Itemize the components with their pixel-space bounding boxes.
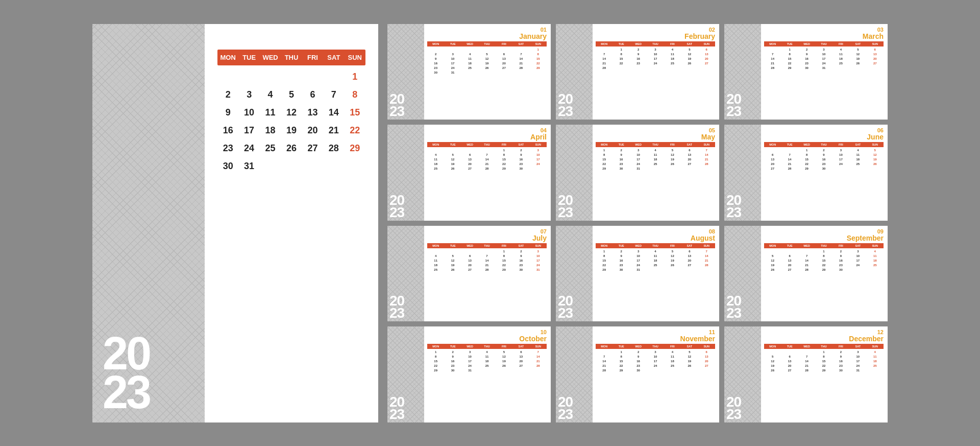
small-cal-header: MON TUE WED THU FRI SAT SUN xyxy=(764,243,884,248)
small-cal-cell: 30 xyxy=(612,268,629,272)
small-cal-cell: 1 xyxy=(596,249,612,253)
small-cal-cell: 26 xyxy=(664,162,681,166)
small-cal-cell: 11 xyxy=(664,355,681,359)
small-cal-cell: 6 xyxy=(496,52,512,56)
small-cal-cell xyxy=(698,368,715,372)
small-cal-cell: 3 xyxy=(815,48,832,52)
small-cal-cell: 15 xyxy=(530,57,547,61)
small-cal-cell: 18 xyxy=(664,359,681,363)
small-card-right-2: 03 March MON TUE WED THU FRI SAT SUN 123… xyxy=(761,24,888,120)
small-cal-cell: 29 xyxy=(427,368,444,372)
cal-cell: 18 xyxy=(260,123,281,138)
small-cal-cell: 30 xyxy=(512,167,529,171)
small-cal-cell: 22 xyxy=(530,61,547,65)
small-cal-cell xyxy=(461,71,478,75)
small-cal-cell: 14 xyxy=(698,254,715,258)
small-cal-cell: 9 xyxy=(512,153,529,157)
small-cal-cell: 22 xyxy=(596,263,612,267)
sh-mon: MON xyxy=(764,344,781,349)
small-cal-cell: 6 xyxy=(461,153,478,157)
small-card-right-1: 02 February MON TUE WED THU FRI SAT SUN … xyxy=(593,24,719,120)
small-cal-cell xyxy=(867,268,884,272)
small-cal-cell: 18 xyxy=(647,259,664,263)
small-month-name: October xyxy=(427,335,547,342)
small-cal-cell: 13 xyxy=(781,359,798,363)
small-cal-cell: 28 xyxy=(781,167,798,171)
small-cal-cell: 16 xyxy=(612,157,629,161)
small-cal-cell: 25 xyxy=(832,61,849,65)
cal-cell: 17 xyxy=(238,123,259,138)
small-cal-cell: 23 xyxy=(427,66,444,70)
small-cal-cell: 22 xyxy=(496,263,512,267)
header-sun: SUN xyxy=(345,50,365,65)
small-cal-cell: 27 xyxy=(461,167,478,171)
small-cal-cell: 10 xyxy=(630,153,647,157)
small-cal-cell: 17 xyxy=(832,157,849,161)
small-cal-cell: 16 xyxy=(798,57,815,61)
small-month-name: July xyxy=(427,234,547,242)
small-cal-cell: 22 xyxy=(781,61,798,65)
sh-sun: SUN xyxy=(530,243,547,248)
sh-mon: MON xyxy=(427,142,444,147)
small-cal-cell: 6 xyxy=(698,48,715,52)
small-cal-body: 1234567891011121314151617181920212223242… xyxy=(764,350,884,372)
small-cal-cell: 16 xyxy=(630,359,647,363)
small-cal-cell: 28 xyxy=(478,268,495,272)
small-cal-cell: 18 xyxy=(867,359,884,363)
small-cal-cell xyxy=(530,71,547,75)
small-cal-cell: 2 xyxy=(832,350,849,354)
small-month-number: 09 xyxy=(764,229,884,234)
small-cal-cell: 1 xyxy=(530,48,547,52)
small-cal-cell: 5 xyxy=(664,148,681,152)
small-year-text: 2023 xyxy=(389,295,404,319)
small-cal-cell: 29 xyxy=(496,268,512,272)
small-cal-header: MON TUE WED THU FRI SAT SUN xyxy=(764,142,884,147)
small-cal-cell: 4 xyxy=(461,52,478,56)
small-cal-cell xyxy=(832,66,849,70)
small-cal-cell: 1 xyxy=(815,249,832,253)
small-cal-header: MON TUE WED THU FRI SAT SUN xyxy=(596,41,715,46)
small-month-name: January xyxy=(427,33,547,40)
sh-fri: FRI xyxy=(496,344,512,349)
sh-tue: TUE xyxy=(444,142,461,147)
small-cal-cell: 26 xyxy=(681,61,698,65)
small-cal-cell: 26 xyxy=(867,162,884,166)
small-card-right-3: 04 April MON TUE WED THU FRI SAT SUN 123… xyxy=(424,125,551,221)
small-cal-cell: 27 xyxy=(781,368,798,372)
small-cal-cell: 29 xyxy=(530,66,547,70)
small-cal-cell: 20 xyxy=(461,162,478,166)
sh-sat: SAT xyxy=(849,142,866,147)
small-cal-cell: 2 xyxy=(612,249,629,253)
cal-cell: 10 xyxy=(238,105,259,120)
cal-cell: 23 xyxy=(217,141,238,156)
small-cal-header: MON TUE WED THU FRI SAT SUN xyxy=(427,41,547,46)
small-cal-cell xyxy=(681,368,698,372)
small-cal-cell: 12 xyxy=(478,57,495,61)
small-cal-cell xyxy=(681,268,698,272)
sh-mon: MON xyxy=(596,142,612,147)
small-cal-body: 1234567891011121314151617181920212223242… xyxy=(596,48,715,70)
sh-thu: THU xyxy=(478,243,495,248)
small-cal-cell: 24 xyxy=(530,162,547,166)
small-cal-cell: 9 xyxy=(630,52,647,56)
small-cal-cell: 12 xyxy=(444,157,461,161)
small-cal-cell xyxy=(849,66,866,70)
small-month-name: April xyxy=(427,133,547,140)
sh-sat: SAT xyxy=(849,41,866,46)
small-card-left-7: 2023 xyxy=(556,226,593,322)
small-month-number: 01 xyxy=(427,27,547,33)
small-cal-cell: 25 xyxy=(427,268,444,272)
small-card-right-11: 12 December MON TUE WED THU FRI SAT SUN … xyxy=(761,326,888,422)
small-cal-cell: 22 xyxy=(612,364,629,368)
cal-cell xyxy=(260,159,281,174)
small-cal-cell: 4 xyxy=(867,350,884,354)
cal-cell: 12 xyxy=(281,105,302,120)
cal-cell: 1 xyxy=(345,69,365,84)
small-cal-cell: 14 xyxy=(478,259,495,263)
sh-mon: MON xyxy=(427,344,444,349)
small-cal-cell xyxy=(478,148,495,152)
sh-wed: WED xyxy=(798,344,815,349)
cal-cell xyxy=(281,159,302,174)
small-cal-cell: 21 xyxy=(798,263,815,267)
small-cal-cell: 12 xyxy=(867,153,884,157)
